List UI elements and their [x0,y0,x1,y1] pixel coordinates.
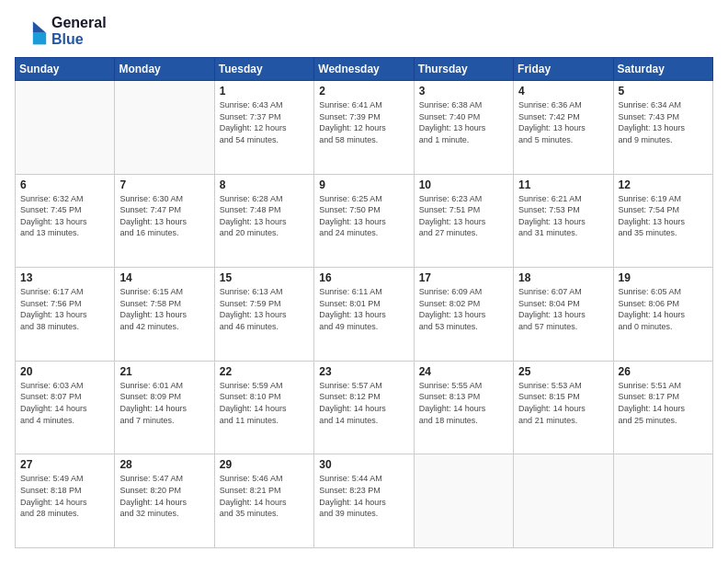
calendar-cell: 21Sunrise: 6:01 AM Sunset: 8:09 PM Dayli… [115,361,214,454]
day-info: Sunrise: 6:23 AM Sunset: 7:51 PM Dayligh… [419,193,508,239]
weekday-friday: Friday [514,58,613,81]
calendar-cell: 2Sunrise: 6:41 AM Sunset: 7:39 PM Daylig… [314,81,414,175]
calendar-cell [115,81,214,175]
weekday-tuesday: Tuesday [214,58,313,81]
day-info: Sunrise: 5:47 AM Sunset: 8:20 PM Dayligh… [119,473,209,519]
day-info: Sunrise: 6:09 AM Sunset: 8:02 PM Dayligh… [419,286,508,332]
day-number: 14 [119,271,209,284]
calendar-cell: 22Sunrise: 5:59 AM Sunset: 8:10 PM Dayli… [214,361,313,454]
day-info: Sunrise: 6:17 AM Sunset: 7:56 PM Dayligh… [20,286,109,332]
week-row-5: 27Sunrise: 5:49 AM Sunset: 8:18 PM Dayli… [16,454,713,548]
day-info: Sunrise: 5:57 AM Sunset: 8:12 PM Dayligh… [319,380,408,426]
day-number: 24 [419,365,508,378]
day-number: 28 [119,458,209,471]
day-number: 20 [20,365,109,378]
day-info: Sunrise: 6:38 AM Sunset: 7:40 PM Dayligh… [419,99,508,145]
calendar-table: SundayMondayTuesdayWednesdayThursdayFrid… [15,57,713,548]
calendar-cell: 23Sunrise: 5:57 AM Sunset: 8:12 PM Dayli… [314,361,414,454]
day-number: 1 [220,85,309,98]
day-number: 3 [419,85,508,98]
day-info: Sunrise: 5:44 AM Sunset: 8:23 PM Dayligh… [319,473,408,519]
weekday-monday: Monday [115,58,214,81]
day-number: 15 [220,271,309,284]
calendar-cell: 27Sunrise: 5:49 AM Sunset: 8:18 PM Dayli… [16,454,115,548]
calendar-cell: 8Sunrise: 6:28 AM Sunset: 7:48 PM Daylig… [214,174,313,268]
calendar-cell: 25Sunrise: 5:53 AM Sunset: 8:15 PM Dayli… [514,361,613,454]
calendar-cell: 16Sunrise: 6:11 AM Sunset: 8:01 PM Dayli… [314,268,414,362]
day-info: Sunrise: 6:13 AM Sunset: 7:59 PM Dayligh… [220,286,309,332]
day-number: 13 [20,271,109,284]
svg-marker-0 [33,21,46,33]
day-info: Sunrise: 6:43 AM Sunset: 7:37 PM Dayligh… [220,99,309,145]
calendar-cell: 20Sunrise: 6:03 AM Sunset: 8:07 PM Dayli… [16,361,115,454]
day-info: Sunrise: 6:28 AM Sunset: 7:48 PM Dayligh… [220,193,309,239]
day-info: Sunrise: 6:41 AM Sunset: 7:39 PM Dayligh… [319,99,408,145]
calendar-cell: 28Sunrise: 5:47 AM Sunset: 8:20 PM Dayli… [115,454,214,548]
day-number: 8 [220,178,309,191]
day-info: Sunrise: 5:59 AM Sunset: 8:10 PM Dayligh… [220,380,309,426]
day-number: 5 [619,85,708,98]
day-number: 30 [319,458,408,471]
calendar-cell: 18Sunrise: 6:07 AM Sunset: 8:04 PM Dayli… [514,268,613,362]
calendar-cell [16,81,115,175]
calendar-cell: 3Sunrise: 6:38 AM Sunset: 7:40 PM Daylig… [414,81,513,175]
day-number: 27 [20,458,109,471]
day-info: Sunrise: 6:19 AM Sunset: 7:54 PM Dayligh… [619,193,708,239]
calendar-cell: 1Sunrise: 6:43 AM Sunset: 7:37 PM Daylig… [214,81,313,175]
calendar-cell: 26Sunrise: 5:51 AM Sunset: 8:17 PM Dayli… [613,361,712,454]
calendar-cell: 30Sunrise: 5:44 AM Sunset: 8:23 PM Dayli… [314,454,414,548]
day-info: Sunrise: 6:21 AM Sunset: 7:53 PM Dayligh… [518,193,608,239]
calendar-cell: 15Sunrise: 6:13 AM Sunset: 7:59 PM Dayli… [214,268,313,362]
weekday-sunday: Sunday [16,58,115,81]
calendar-cell [414,454,513,548]
calendar-cell [613,454,712,548]
calendar-cell: 12Sunrise: 6:19 AM Sunset: 7:54 PM Dayli… [613,174,712,268]
day-number: 7 [119,178,209,191]
calendar-cell [514,454,613,548]
day-info: Sunrise: 6:34 AM Sunset: 7:43 PM Dayligh… [619,99,708,145]
day-number: 9 [319,178,408,191]
calendar-cell: 19Sunrise: 6:05 AM Sunset: 8:06 PM Dayli… [613,268,712,362]
day-info: Sunrise: 6:05 AM Sunset: 8:06 PM Dayligh… [619,286,708,332]
weekday-thursday: Thursday [414,58,513,81]
calendar-cell: 7Sunrise: 6:30 AM Sunset: 7:47 PM Daylig… [115,174,214,268]
calendar-cell: 4Sunrise: 6:36 AM Sunset: 7:42 PM Daylig… [514,81,613,175]
calendar-cell: 11Sunrise: 6:21 AM Sunset: 7:53 PM Dayli… [514,174,613,268]
calendar-cell: 14Sunrise: 6:15 AM Sunset: 7:58 PM Dayli… [115,268,214,362]
day-info: Sunrise: 6:03 AM Sunset: 8:07 PM Dayligh… [20,380,109,426]
day-number: 2 [319,85,408,98]
day-info: Sunrise: 5:55 AM Sunset: 8:13 PM Dayligh… [419,380,508,426]
day-number: 16 [319,271,408,284]
day-number: 18 [518,271,608,284]
day-number: 23 [319,365,408,378]
day-info: Sunrise: 6:11 AM Sunset: 8:01 PM Dayligh… [319,286,408,332]
header: General Blue [15,15,713,48]
day-info: Sunrise: 6:15 AM Sunset: 7:58 PM Dayligh… [119,286,209,332]
week-row-4: 20Sunrise: 6:03 AM Sunset: 8:07 PM Dayli… [16,361,713,454]
day-number: 19 [619,271,708,284]
day-info: Sunrise: 6:07 AM Sunset: 8:04 PM Dayligh… [518,286,608,332]
day-number: 10 [419,178,508,191]
calendar-cell: 10Sunrise: 6:23 AM Sunset: 7:51 PM Dayli… [414,174,513,268]
day-number: 22 [220,365,309,378]
day-number: 17 [419,271,508,284]
page: General Blue SundayMondayTuesdayWednesda… [0,0,728,563]
day-info: Sunrise: 5:53 AM Sunset: 8:15 PM Dayligh… [518,380,608,426]
week-row-1: 1Sunrise: 6:43 AM Sunset: 7:37 PM Daylig… [16,81,713,175]
svg-marker-1 [33,33,46,45]
day-info: Sunrise: 5:51 AM Sunset: 8:17 PM Dayligh… [619,380,708,426]
calendar-cell: 17Sunrise: 6:09 AM Sunset: 8:02 PM Dayli… [414,268,513,362]
day-number: 25 [518,365,608,378]
day-info: Sunrise: 5:49 AM Sunset: 8:18 PM Dayligh… [20,473,109,519]
day-number: 12 [619,178,708,191]
week-row-3: 13Sunrise: 6:17 AM Sunset: 7:56 PM Dayli… [16,268,713,362]
weekday-wednesday: Wednesday [314,58,414,81]
week-row-2: 6Sunrise: 6:32 AM Sunset: 7:45 PM Daylig… [16,174,713,268]
calendar-cell: 6Sunrise: 6:32 AM Sunset: 7:45 PM Daylig… [16,174,115,268]
calendar-cell: 13Sunrise: 6:17 AM Sunset: 7:56 PM Dayli… [16,268,115,362]
day-info: Sunrise: 6:25 AM Sunset: 7:50 PM Dayligh… [319,193,408,239]
logo: General Blue [15,15,107,48]
day-number: 4 [518,85,608,98]
day-number: 29 [220,458,309,471]
calendar-cell: 9Sunrise: 6:25 AM Sunset: 7:50 PM Daylig… [314,174,414,268]
